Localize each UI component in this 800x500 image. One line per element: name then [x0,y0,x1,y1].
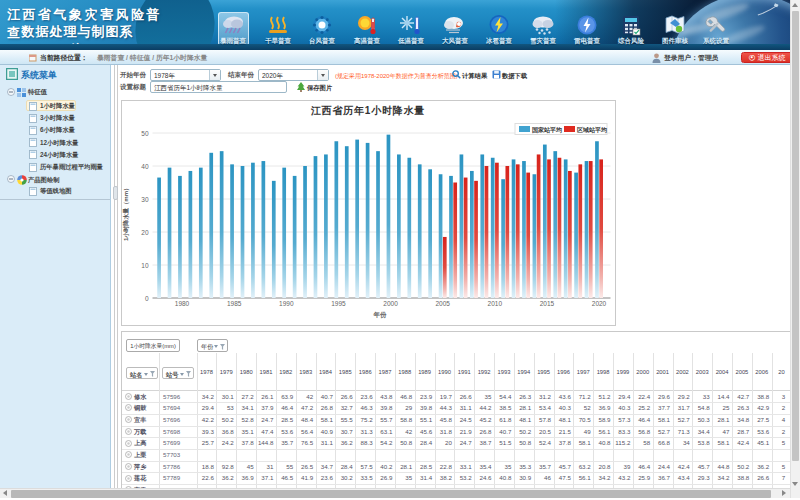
svg-text:年份: 年份 [373,311,388,319]
svg-text:10: 10 [141,262,149,269]
svg-text:1995: 1995 [331,300,346,307]
svg-text:0: 0 [145,295,149,302]
svg-text:20: 20 [141,229,149,236]
svg-text:国家站平均: 国家站平均 [532,126,562,134]
svg-text:30: 30 [141,196,149,203]
svg-text:2015: 2015 [540,300,555,307]
svg-text:1985: 1985 [227,300,242,307]
svg-text:1小时降水量（mm）: 1小时降水量（mm） [122,185,130,241]
svg-text:1980: 1980 [175,300,190,307]
svg-text:2005: 2005 [435,300,450,307]
svg-text:2020: 2020 [592,300,607,307]
svg-text:区域站平均: 区域站平均 [577,126,607,134]
svg-text:江西省历年1小时降水量: 江西省历年1小时降水量 [310,105,425,116]
svg-text:50: 50 [141,130,149,137]
svg-text:2010: 2010 [488,300,503,307]
svg-text:1990: 1990 [279,300,294,307]
svg-text:2000: 2000 [383,300,398,307]
svg-text:40: 40 [141,163,149,170]
